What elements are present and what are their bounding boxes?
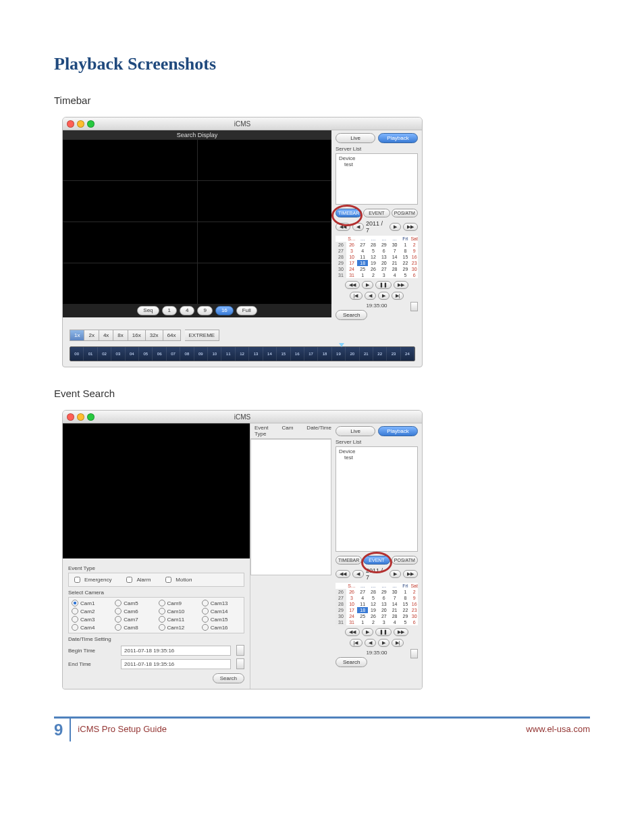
skip-start-icon[interactable]: |◀ — [350, 639, 363, 647]
speed-8x[interactable]: 8x — [113, 330, 128, 341]
cam-radio[interactable]: Cam10 — [159, 608, 198, 615]
timeline[interactable]: 0001020304050607080910111213141516171819… — [70, 346, 415, 361]
timeline-marker-icon[interactable] — [339, 343, 344, 347]
year-next-icon[interactable]: ▶ — [390, 570, 401, 578]
video-cell[interactable] — [63, 222, 197, 263]
video-cell[interactable] — [63, 181, 197, 221]
tab-posatm[interactable]: POS/ATM — [392, 209, 418, 217]
time-stepper[interactable] — [410, 302, 418, 311]
begin-time-field[interactable]: 2011-07-18 19:35:16 — [121, 646, 231, 656]
video-cell[interactable] — [63, 263, 197, 304]
layout-16-button[interactable]: 16 — [215, 306, 234, 315]
search-button[interactable]: Search — [336, 657, 367, 667]
year-next-fast-icon[interactable]: ▶▶ — [403, 223, 418, 231]
play-icon[interactable]: ▶ — [362, 281, 373, 289]
cam-radio[interactable]: Cam11 — [159, 616, 198, 623]
mode-playback-button[interactable]: Playback — [378, 133, 418, 143]
year-prev-icon[interactable]: ◀ — [352, 223, 364, 231]
timeline-hour: 23 — [387, 347, 400, 361]
cam-radio[interactable]: Cam13 — [202, 600, 241, 606]
tab-posatm[interactable]: POS/ATM — [392, 556, 418, 565]
video-cell[interactable] — [198, 263, 332, 304]
forward-fast-icon[interactable]: ▶▶ — [394, 628, 408, 636]
cam-radio[interactable]: Cam3 — [72, 616, 111, 623]
cam-radio[interactable]: Cam6 — [115, 608, 154, 615]
end-time-field[interactable]: 2011-07-18 19:35:16 — [121, 659, 231, 669]
year-next-icon[interactable]: ▶ — [390, 223, 401, 231]
layout-4-button[interactable]: 4 — [180, 306, 194, 315]
video-cell[interactable] — [198, 140, 332, 180]
mode-playback-button[interactable]: Playback — [378, 426, 418, 436]
calendar[interactable]: S……………FriSat 26262728293012 273456789 28… — [336, 583, 418, 625]
year-prev-icon[interactable]: ◀ — [352, 570, 364, 578]
video-cell[interactable] — [63, 140, 197, 180]
speed-2x[interactable]: 2x — [84, 330, 99, 341]
video-cell[interactable] — [198, 222, 332, 263]
device-list[interactable]: Device test — [336, 446, 418, 552]
footer-url: www.el-usa.com — [519, 719, 590, 734]
forward-fast-icon[interactable]: ▶▶ — [394, 281, 408, 289]
speed-extreme[interactable]: EXTREME — [185, 330, 220, 341]
calendar[interactable]: S… … … … … Fri Sat 26262728293012 273456… — [336, 236, 418, 278]
results-pane[interactable] — [250, 439, 331, 575]
tab-event[interactable]: EVENT — [363, 556, 390, 565]
device-list[interactable]: Device test — [336, 153, 418, 205]
step-back-icon[interactable]: ◀ — [365, 292, 376, 300]
speed-4x[interactable]: 4x — [99, 330, 113, 341]
video-single[interactable] — [63, 423, 250, 558]
speed-32x[interactable]: 32x — [146, 330, 163, 341]
rewind-fast-icon[interactable]: ◀◀ — [345, 628, 360, 636]
mode-live-button[interactable]: Live — [336, 426, 375, 436]
speed-1x[interactable]: 1x — [70, 330, 84, 341]
cam-radio[interactable]: Cam4 — [72, 624, 111, 631]
tab-event[interactable]: EVENT — [363, 209, 390, 217]
speed-16x[interactable]: 16x — [128, 330, 146, 341]
pause-icon[interactable]: ❚❚ — [375, 281, 392, 289]
tab-timebar[interactable]: TIMEBAR — [336, 556, 362, 565]
pause-icon[interactable]: ❚❚ — [375, 628, 392, 636]
stepper-icon[interactable] — [236, 658, 244, 669]
cam-radio[interactable]: Cam5 — [115, 600, 154, 606]
cam-radio[interactable]: Cam12 — [159, 624, 198, 631]
layout-1-button[interactable]: 1 — [162, 306, 177, 315]
cam-radio[interactable]: Cam9 — [159, 600, 198, 606]
cam-radio[interactable]: Cam7 — [115, 616, 154, 623]
calendar-nav: ◀◀ ◀ 2011 / 7 ▶ ▶▶ — [336, 220, 418, 234]
cam-radio[interactable]: Cam15 — [202, 616, 241, 623]
rewind-fast-icon[interactable]: ◀◀ — [345, 281, 360, 289]
skip-end-icon[interactable]: ▶| — [392, 292, 404, 300]
skip-end-icon[interactable]: ▶| — [392, 639, 404, 647]
event-search-button[interactable]: Search — [213, 673, 244, 683]
skip-start-icon[interactable]: |◀ — [350, 292, 363, 300]
step-fwd-icon[interactable]: ▶ — [378, 639, 390, 647]
year-next-fast-icon[interactable]: ▶▶ — [403, 570, 418, 578]
year-prev-fast-icon[interactable]: ◀◀ — [336, 570, 350, 578]
video-cell[interactable] — [198, 181, 332, 221]
layout-full-button[interactable]: Full — [236, 306, 257, 315]
device-item[interactable]: test — [339, 161, 414, 167]
chk-emergency[interactable]: Emergency — [72, 575, 111, 585]
window-titlebar: iCMS — [63, 411, 422, 423]
speed-64x[interactable]: 64x — [163, 330, 181, 341]
mode-live-button[interactable]: Live — [336, 133, 375, 143]
search-button[interactable]: Search — [336, 310, 367, 320]
chk-alarm[interactable]: Alarm — [124, 575, 151, 585]
cam-radio[interactable]: Cam1 — [72, 600, 111, 606]
year-prev-fast-icon[interactable]: ◀◀ — [336, 223, 350, 231]
play-icon[interactable]: ▶ — [362, 628, 373, 636]
chk-motion[interactable]: Motion — [163, 575, 192, 585]
step-back-icon[interactable]: ◀ — [365, 639, 376, 647]
step-fwd-icon[interactable]: ▶ — [378, 292, 390, 300]
tab-timebar[interactable]: TIMEBAR — [336, 209, 362, 217]
layout-seq-button[interactable]: Seq — [137, 306, 159, 315]
cal-head: Fri — [400, 236, 411, 242]
cam-radio[interactable]: Cam14 — [202, 608, 241, 615]
timeline-hour: 15 — [277, 347, 290, 361]
stepper-icon[interactable] — [236, 645, 244, 656]
cam-radio[interactable]: Cam16 — [202, 624, 241, 631]
layout-9-button[interactable]: 9 — [197, 306, 212, 315]
time-stepper[interactable] — [410, 649, 418, 658]
cam-radio[interactable]: Cam2 — [72, 608, 111, 615]
playback-controls: ◀◀ ▶ ❚❚ ▶▶ — [336, 281, 418, 289]
cam-radio[interactable]: Cam8 — [115, 624, 154, 631]
